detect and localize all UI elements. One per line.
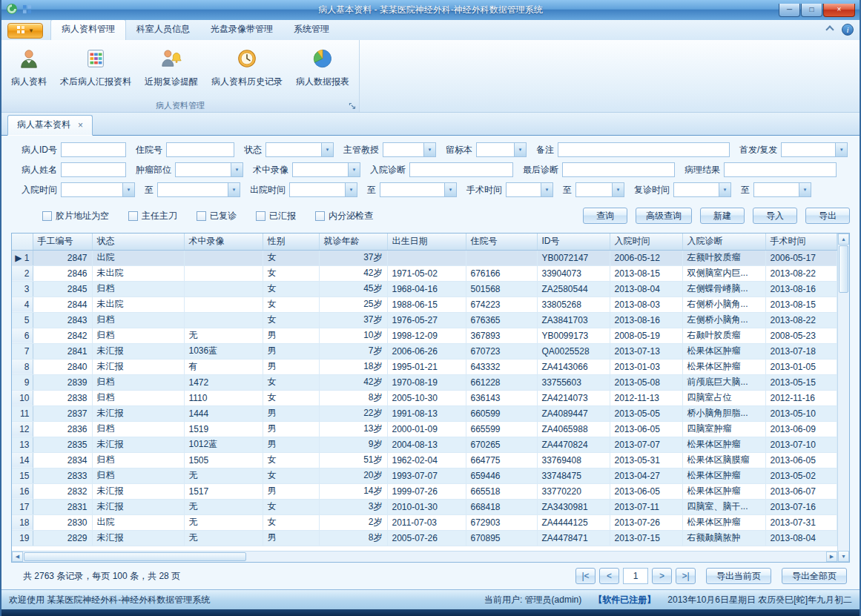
table-row[interactable]: 62842归档无男10岁1998-12-09367893YB0099173200… bbox=[12, 328, 837, 343]
column-header[interactable]: 术中录像 bbox=[184, 234, 263, 250]
table-row[interactable]: 112837未汇报1444男22岁1991-08-13660599ZA40894… bbox=[12, 405, 837, 421]
dropdown-arrow-icon[interactable]: ▼ bbox=[423, 143, 435, 156]
quick-access-grid-icon[interactable] bbox=[22, 4, 32, 16]
vertical-scroll-track[interactable] bbox=[838, 294, 849, 551]
surgery-date-from-select-box[interactable] bbox=[507, 183, 541, 196]
table-row[interactable]: 42844未出院女25岁1988-06-15674223338052682013… bbox=[12, 297, 837, 312]
ribbon-tab-staff-info[interactable]: 科室人员信息 bbox=[126, 19, 200, 40]
table-row[interactable]: 92839归档1472女42岁1970-08-19661228337556032… bbox=[12, 374, 837, 390]
dialog-launcher-icon[interactable] bbox=[348, 102, 357, 110]
horizontal-scrollbar[interactable]: ◀ ▶ bbox=[12, 551, 837, 562]
scroll-up-icon[interactable]: ▲ bbox=[838, 234, 849, 245]
patient-name-input[interactable] bbox=[61, 162, 126, 177]
admission-date-from-select-box[interactable] bbox=[62, 183, 122, 196]
close-tab-icon[interactable]: × bbox=[78, 122, 83, 129]
column-header[interactable]: ID号 bbox=[537, 234, 610, 250]
column-header[interactable]: 住院号 bbox=[466, 234, 537, 250]
column-header[interactable]: 性别 bbox=[263, 234, 319, 250]
patient-id-input-box[interactable] bbox=[62, 143, 125, 156]
column-header[interactable]: 入院诊断 bbox=[682, 234, 765, 250]
dropdown-arrow-icon[interactable]: ▼ bbox=[799, 183, 811, 196]
revisit-date-from-select-box[interactable] bbox=[674, 183, 719, 196]
next-page-button[interactable]: > bbox=[652, 568, 672, 584]
admission-diagnosis-input[interactable] bbox=[409, 162, 513, 177]
admission-date-from-select[interactable]: ▼ bbox=[61, 182, 135, 197]
dropdown-arrow-icon[interactable]: ▼ bbox=[719, 183, 730, 196]
revisit-date-to-select-box[interactable] bbox=[754, 183, 799, 196]
final-diagnosis-input-box[interactable] bbox=[563, 163, 674, 176]
table-row[interactable]: 52843归档女37岁1976-05-27676365ZA38417032013… bbox=[12, 312, 837, 328]
surgery-video-select-box[interactable] bbox=[293, 163, 348, 176]
checkbox-endocrine-exam[interactable]: 内分泌检查 bbox=[315, 210, 373, 222]
surgery-date-to-select-box[interactable] bbox=[576, 183, 612, 196]
minimize-button[interactable]: ─ bbox=[779, 4, 800, 17]
dropdown-arrow-icon[interactable]: ▼ bbox=[345, 183, 357, 196]
revisit-date-from-select[interactable]: ▼ bbox=[673, 182, 731, 197]
discharge-date-from-select-box[interactable] bbox=[290, 183, 345, 196]
advanced-query-button[interactable]: 高级查询 bbox=[636, 208, 692, 224]
ribbon-button-history-record[interactable]: 病人资料历史记录 bbox=[205, 43, 289, 98]
surgery-date-to-select[interactable]: ▼ bbox=[575, 182, 624, 197]
checkbox-icon[interactable] bbox=[197, 211, 206, 221]
status-select-box[interactable] bbox=[266, 143, 321, 156]
column-header[interactable]: 出生日期 bbox=[387, 234, 466, 250]
column-header[interactable]: 就诊年龄 bbox=[319, 234, 387, 250]
dropdown-arrow-icon[interactable]: ▼ bbox=[122, 183, 134, 196]
query-button[interactable]: 查询 bbox=[583, 208, 627, 224]
specimen-select-box[interactable] bbox=[477, 143, 514, 156]
table-row[interactable]: 142834归档1505女51岁1962-02-0466477533769408… bbox=[12, 452, 837, 468]
ribbon-button-data-report[interactable]: 病人数据报表 bbox=[289, 43, 356, 98]
remarks-input[interactable] bbox=[558, 142, 730, 157]
close-button[interactable]: × bbox=[823, 4, 855, 17]
admission-date-to-select-box[interactable] bbox=[158, 183, 228, 196]
column-header[interactable]: 手术时间 bbox=[765, 234, 837, 250]
status-select[interactable]: ▼ bbox=[265, 142, 334, 157]
dropdown-arrow-icon[interactable]: ▼ bbox=[541, 183, 552, 196]
checkbox-film-address-empty[interactable]: 胶片地址为空 bbox=[42, 210, 109, 222]
surgery-video-select[interactable]: ▼ bbox=[292, 162, 360, 177]
scroll-down-icon[interactable]: ▼ bbox=[838, 551, 849, 562]
first-recurrence-select-box[interactable] bbox=[782, 143, 835, 156]
column-header[interactable]: 入院时间 bbox=[610, 234, 682, 250]
dropdown-arrow-icon[interactable]: ▼ bbox=[444, 183, 456, 196]
admission-date-to-select[interactable]: ▼ bbox=[157, 182, 240, 197]
discharge-date-to-select-box[interactable] bbox=[380, 183, 444, 196]
tumor-site-select[interactable]: ▼ bbox=[175, 162, 243, 177]
export-current-page-button[interactable]: 导出当前页 bbox=[706, 568, 771, 584]
table-row[interactable]: 152833归档无女20岁1993-07-0765944633748475201… bbox=[12, 468, 837, 483]
info-icon[interactable]: i bbox=[842, 24, 854, 36]
final-diagnosis-input[interactable] bbox=[562, 162, 675, 177]
new-button[interactable]: 新建 bbox=[700, 208, 745, 224]
table-row[interactable]: 172831未汇报无女3岁2010-01-30668418ZA343098120… bbox=[12, 499, 837, 514]
dropdown-arrow-icon[interactable]: ▼ bbox=[612, 183, 624, 196]
checkbox-icon[interactable] bbox=[315, 211, 325, 221]
table-row[interactable]: 22846未出院女42岁1971-05-02676166339040732013… bbox=[12, 265, 837, 281]
tab-patient-basic-data[interactable]: 病人基本资料 × bbox=[7, 115, 93, 136]
ribbon-button-patient-data[interactable]: 病人资料 bbox=[4, 43, 53, 98]
vertical-scroll-thumb[interactable] bbox=[839, 245, 848, 293]
discharge-date-to-select[interactable]: ▼ bbox=[380, 182, 457, 197]
checkbox-chief-surgeon[interactable]: 主任主刀 bbox=[128, 210, 177, 222]
table-row[interactable]: 72841未汇报1036蓝男7岁2006-06-26670723QA002552… bbox=[12, 343, 837, 359]
tumor-site-select-box[interactable] bbox=[176, 163, 231, 176]
table-row[interactable]: 122836归档1519男13岁2000-01-09665599ZA406598… bbox=[12, 421, 837, 437]
first-page-button[interactable]: |< bbox=[575, 568, 596, 584]
ribbon-collapse-icon[interactable] bbox=[825, 25, 834, 33]
discharge-date-from-select[interactable]: ▼ bbox=[289, 182, 357, 197]
admission-diagnosis-input-box[interactable] bbox=[410, 163, 512, 176]
ribbon-tab-disc-management[interactable]: 光盘录像带管理 bbox=[200, 19, 283, 40]
scroll-left-icon[interactable]: ◀ bbox=[12, 552, 23, 562]
dropdown-arrow-icon[interactable]: ▼ bbox=[835, 143, 847, 156]
last-page-button[interactable]: >| bbox=[676, 568, 696, 584]
maximize-button[interactable]: □ bbox=[801, 4, 822, 17]
page-number-input[interactable] bbox=[623, 568, 648, 584]
professor-select[interactable]: ▼ bbox=[383, 142, 436, 157]
dropdown-arrow-icon[interactable]: ▼ bbox=[348, 163, 360, 176]
remarks-input-box[interactable] bbox=[558, 143, 729, 156]
export-button[interactable]: 导出 bbox=[805, 208, 850, 224]
import-button[interactable]: 导入 bbox=[753, 208, 797, 224]
checkbox-revisited[interactable]: 已复诊 bbox=[197, 210, 237, 222]
dropdown-arrow-icon[interactable]: ▼ bbox=[514, 143, 526, 156]
table-row[interactable]: 132835未汇报1012蓝男9岁2004-08-13670265ZA44708… bbox=[12, 437, 837, 452]
pathology-result-input-box[interactable] bbox=[725, 163, 836, 176]
